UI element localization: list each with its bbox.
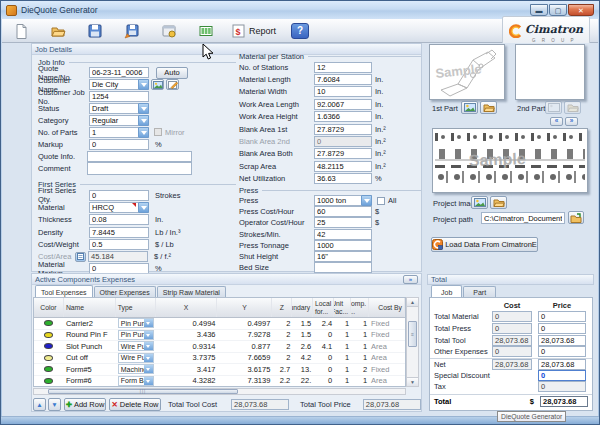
field-input[interactable]	[314, 99, 372, 110]
chevron-down-icon[interactable]	[138, 79, 149, 90]
first-series-qty-input[interactable]	[89, 190, 149, 201]
next-part-button[interactable]: »	[565, 117, 578, 126]
table-row[interactable]: Round Pin F Pin Punc 3.436 7.9278 2 1.5 …	[34, 330, 405, 342]
customer-picture-button[interactable]	[151, 79, 164, 90]
chevron-down-icon[interactable]	[138, 115, 149, 126]
press-select[interactable]: 1000 ton	[314, 195, 372, 206]
scrollbar-thumb[interactable]: |||	[48, 389, 238, 394]
table-row[interactable]: Cut off Wire Pur 3.7375 7.6659 2 4.2 0 1…	[34, 353, 405, 365]
table-row[interactable]: Form#6 Form Ba 4.3282 7.3139 2.2 22. 0 1…	[34, 376, 405, 388]
export-button[interactable]	[158, 21, 180, 41]
second-part-picture-button[interactable]	[545, 101, 562, 114]
status-select[interactable]: Draft	[89, 103, 149, 114]
customer-edit-button[interactable]	[166, 79, 179, 90]
prev-part-button[interactable]: «	[550, 117, 563, 126]
browse-path-button[interactable]	[568, 211, 584, 224]
press-all-checkbox[interactable]	[377, 197, 385, 205]
type-select[interactable]: Pin Punc	[118, 318, 154, 328]
open-button[interactable]	[47, 21, 69, 41]
color-swatch[interactable]	[44, 320, 53, 326]
chevron-down-icon[interactable]	[138, 202, 149, 213]
markup-input[interactable]	[89, 139, 149, 150]
col-cost-by[interactable]: Cost By	[369, 298, 405, 317]
field-input[interactable]	[314, 262, 372, 273]
delete-row-button[interactable]: ✕Delete Row	[109, 398, 161, 411]
scroll-up-icon[interactable]: ▲	[407, 298, 418, 307]
field-input[interactable]	[314, 240, 372, 251]
color-swatch[interactable]	[44, 332, 53, 338]
new-button[interactable]	[10, 21, 32, 41]
field-input[interactable]	[314, 86, 372, 97]
type-select[interactable]: Form Ba	[118, 376, 154, 386]
color-swatch[interactable]	[44, 366, 53, 372]
col-unit-factor[interactable]: Unit Fac...	[334, 298, 351, 317]
second-part-open-button[interactable]	[564, 101, 581, 114]
comment-input[interactable]	[87, 162, 192, 175]
chevron-down-icon[interactable]	[144, 319, 153, 327]
table-button[interactable]	[195, 21, 217, 41]
chevron-down-icon[interactable]	[144, 331, 153, 339]
report-button[interactable]: $ Report	[232, 24, 276, 38]
load-data-button[interactable]: Load Data From CimatronE	[431, 237, 538, 252]
horizontal-scrollbar[interactable]: |||	[33, 388, 406, 395]
price-field[interactable]: 0	[538, 381, 586, 392]
col-comp-factor[interactable]: Comp. F...	[351, 298, 369, 317]
chevron-down-icon[interactable]	[144, 365, 153, 373]
col-y[interactable]: Y	[217, 298, 272, 317]
color-swatch[interactable]	[44, 378, 53, 384]
color-swatch[interactable]	[44, 355, 53, 361]
col-z[interactable]: Z	[272, 298, 292, 317]
cost-weight-input[interactable]	[89, 239, 149, 250]
second-part-preview[interactable]	[515, 44, 585, 100]
chevron-down-icon[interactable]	[144, 354, 153, 362]
col-boundary[interactable]: Boundary	[292, 298, 313, 317]
strip-preview[interactable]: Sample	[432, 128, 588, 193]
close-button[interactable]: ✕	[568, 4, 594, 16]
chevron-down-icon[interactable]	[144, 377, 153, 385]
move-down-button[interactable]: ▼	[48, 398, 61, 411]
table-row[interactable]: Form#5 Machine 3.417 3.6175 2.7 13. 0 1 …	[34, 364, 405, 376]
field-input[interactable]	[314, 217, 372, 228]
minimize-button[interactable]: ▬	[530, 4, 548, 16]
save-as-button[interactable]	[121, 21, 143, 41]
field-input[interactable]	[314, 124, 372, 135]
scroll-down-icon[interactable]: ▼	[407, 377, 418, 386]
project-path-input[interactable]	[481, 212, 565, 224]
help-button[interactable]: ?	[291, 23, 309, 39]
first-part-open-button[interactable]	[480, 101, 497, 114]
col-type[interactable]: Type	[116, 298, 156, 317]
price-field[interactable]: 0	[538, 370, 586, 381]
color-swatch[interactable]	[44, 343, 53, 349]
col-local[interactable]: Local for...	[313, 298, 334, 317]
price-field[interactable]: 0	[538, 346, 586, 357]
thickness-input[interactable]	[89, 214, 149, 225]
density-input[interactable]	[89, 227, 149, 238]
field-input[interactable]	[314, 229, 372, 240]
scrollbar-thumb[interactable]: ≡	[408, 321, 417, 347]
first-part-picture-button[interactable]	[461, 101, 478, 114]
chevron-down-icon[interactable]	[138, 103, 149, 114]
type-select[interactable]: Machine	[118, 364, 154, 374]
col-x[interactable]: X	[156, 298, 218, 317]
col-name[interactable]: Name	[64, 298, 116, 317]
chevron-down-icon[interactable]	[361, 195, 372, 206]
quote-name-input[interactable]	[89, 67, 149, 78]
field-input[interactable]	[314, 74, 372, 85]
table-row[interactable]: Carrier2 Pin Punc 0.4994 0.4997 2 1.5 2.…	[34, 318, 405, 330]
price-field[interactable]: 28,073.68	[538, 335, 586, 346]
category-select[interactable]: Regular	[89, 115, 149, 126]
quote-info-input[interactable]	[87, 151, 192, 162]
vertical-scrollbar[interactable]: ▲ ≡ ▼	[406, 297, 419, 387]
field-input[interactable]	[314, 136, 372, 147]
type-select[interactable]: Wire Pur	[118, 353, 154, 363]
first-part-preview[interactable]: Sample	[429, 44, 505, 100]
material-select[interactable]: HRCQ	[89, 202, 149, 213]
field-input[interactable]	[314, 206, 372, 217]
mirror-checkbox[interactable]	[154, 128, 162, 136]
chevron-down-icon[interactable]	[144, 342, 153, 350]
project-image-open-button[interactable]	[490, 196, 507, 209]
price-field[interactable]: 0	[538, 323, 586, 334]
field-input[interactable]	[314, 173, 372, 184]
field-input[interactable]	[314, 148, 372, 159]
field-input[interactable]	[314, 62, 372, 73]
